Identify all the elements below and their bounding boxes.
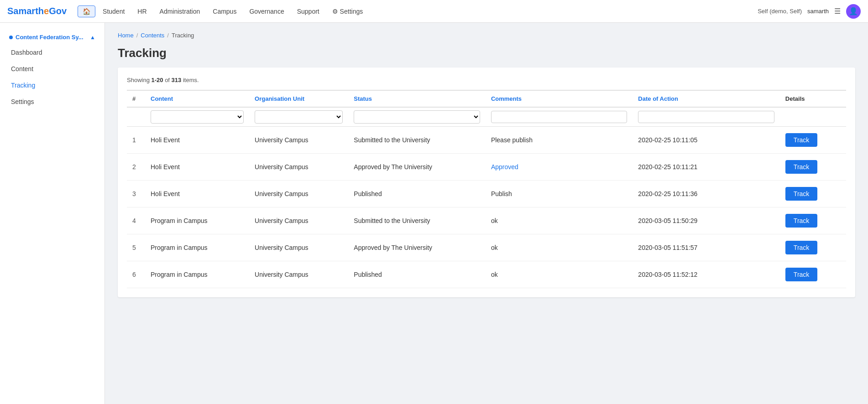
sidebar-expand-icon: ▲: [90, 34, 95, 41]
filter-status-select[interactable]: [354, 110, 480, 124]
avatar[interactable]: 👤: [846, 4, 861, 19]
filter-status-cell: [348, 107, 486, 127]
cell-date: 2020-02-25 10:11:21: [633, 154, 779, 181]
filter-content-cell: [145, 107, 249, 127]
cell-details: Track: [780, 154, 846, 181]
sidebar-item-settings[interactable]: Settings: [0, 93, 105, 110]
user-label: Self (demo, Self): [758, 8, 802, 15]
showing-label: Showing: [127, 77, 151, 83]
cell-status: Submitted to the University: [348, 207, 486, 234]
nav-administration[interactable]: Administration: [154, 5, 206, 18]
cell-content: Program in Campus: [145, 234, 249, 261]
cell-num: 3: [127, 181, 145, 207]
cell-comments: Approved: [486, 154, 633, 181]
table-header-row: # Content Organisation Unit Status Comme…: [127, 90, 846, 107]
cell-status: Published: [348, 261, 486, 288]
filter-details-cell: [780, 107, 846, 127]
track-button[interactable]: Track: [785, 268, 817, 281]
cell-details: Track: [780, 234, 846, 261]
cell-num: 2: [127, 154, 145, 181]
sidebar-item-label-content: Content: [11, 65, 33, 73]
cell-date: 2020-03-05 11:50:29: [633, 207, 779, 234]
sidebar: Content Federation Sy... ▲ Dashboard Con…: [0, 23, 105, 404]
track-button[interactable]: Track: [785, 241, 817, 254]
breadcrumb-sep1: /: [136, 32, 138, 39]
breadcrumb-current: Tracking: [172, 32, 194, 39]
sidebar-section-title: Content Federation Sy... ▲: [0, 30, 105, 44]
navbar-right: Self (demo, Self) samarth ☰ 👤: [758, 4, 861, 19]
home-nav-button[interactable]: 🏠: [78, 5, 95, 17]
brand-name-part3: Gov: [49, 6, 67, 16]
col-org-unit[interactable]: Organisation Unit: [249, 90, 348, 107]
track-button[interactable]: Track: [785, 160, 817, 174]
cell-comments: Publish: [486, 181, 633, 207]
track-button[interactable]: Track: [785, 187, 817, 201]
sidebar-item-label-dashboard: Dashboard: [11, 49, 42, 56]
filter-comments-input[interactable]: [491, 111, 627, 123]
cell-num: 4: [127, 207, 145, 234]
nav-campus[interactable]: Campus: [207, 5, 242, 18]
cell-num: 6: [127, 261, 145, 288]
cell-comments: ok: [486, 234, 633, 261]
filter-content-select[interactable]: [151, 110, 244, 124]
cell-details: Track: [780, 207, 846, 234]
nav-student[interactable]: Student: [97, 5, 130, 18]
nav-governance[interactable]: Governance: [244, 5, 289, 18]
brand-name-part2: e: [44, 6, 49, 16]
showing-count: 313: [172, 77, 182, 83]
filter-org-unit-cell: [249, 107, 348, 127]
breadcrumb-sep2: /: [167, 32, 169, 39]
breadcrumb-home[interactable]: Home: [118, 32, 134, 39]
navbar-menu-button[interactable]: ☰: [834, 7, 841, 16]
navbar: SamartheGov 🏠 Student HR Administration …: [0, 0, 868, 23]
filter-date-cell: [633, 107, 779, 127]
breadcrumb-contents[interactable]: Contents: [141, 32, 164, 39]
col-content[interactable]: Content: [145, 90, 249, 107]
cell-content: Holi Event: [145, 127, 249, 154]
main-content: Home / Contents / Tracking Tracking Show…: [105, 23, 868, 404]
track-button[interactable]: Track: [785, 133, 817, 147]
filter-row: [127, 107, 846, 127]
sidebar-item-tracking[interactable]: Tracking: [0, 77, 105, 93]
col-date-of-action[interactable]: Date of Action: [633, 90, 779, 107]
cell-details: Track: [780, 127, 846, 154]
cell-org-unit: University Campus: [249, 207, 348, 234]
filter-date-input[interactable]: [638, 111, 774, 123]
cell-org-unit: University Campus: [249, 234, 348, 261]
col-details: Details: [780, 90, 846, 107]
avatar-icon: 👤: [849, 7, 858, 16]
cell-comments: ok: [486, 207, 633, 234]
showing-of: of: [163, 77, 172, 83]
sidebar-item-label-settings: Settings: [11, 98, 34, 105]
filter-org-unit-select[interactable]: [255, 110, 343, 124]
cell-date: 2020-03-05 11:52:12: [633, 261, 779, 288]
table-row: 5 Program in Campus University Campus Ap…: [127, 234, 846, 261]
sidebar-item-dashboard[interactable]: Dashboard: [0, 44, 105, 61]
nav-support[interactable]: Support: [292, 5, 325, 18]
cell-status: Published: [348, 181, 486, 207]
sidebar-item-content[interactable]: Content: [0, 61, 105, 77]
layout: Content Federation Sy... ▲ Dashboard Con…: [0, 23, 868, 404]
showing-text: Showing 1-20 of 313 items.: [127, 77, 846, 83]
cell-org-unit: University Campus: [249, 261, 348, 288]
col-status[interactable]: Status: [348, 90, 486, 107]
sidebar-item-label-tracking: Tracking: [11, 82, 35, 89]
cell-content: Program in Campus: [145, 207, 249, 234]
nav-hr[interactable]: HR: [132, 5, 152, 18]
table-row: 2 Holi Event University Campus Approved …: [127, 154, 846, 181]
track-button[interactable]: Track: [785, 214, 817, 228]
showing-range: 1-20: [151, 77, 163, 83]
cell-comments: ok: [486, 261, 633, 288]
showing-suffix: items.: [181, 77, 199, 83]
col-comments[interactable]: Comments: [486, 90, 633, 107]
table-row: 6 Program in Campus University Campus Pu…: [127, 261, 846, 288]
sidebar-dot: [9, 36, 13, 39]
cell-org-unit: University Campus: [249, 181, 348, 207]
filter-empty-hash: [127, 107, 145, 127]
table-card: Showing 1-20 of 313 items. # Content Org…: [118, 67, 855, 297]
cell-content: Program in Campus: [145, 261, 249, 288]
cell-content: Holi Event: [145, 154, 249, 181]
nav-settings[interactable]: ⚙ Settings: [327, 5, 368, 18]
cell-details: Track: [780, 261, 846, 288]
tracking-table: # Content Organisation Unit Status Comme…: [127, 90, 846, 288]
